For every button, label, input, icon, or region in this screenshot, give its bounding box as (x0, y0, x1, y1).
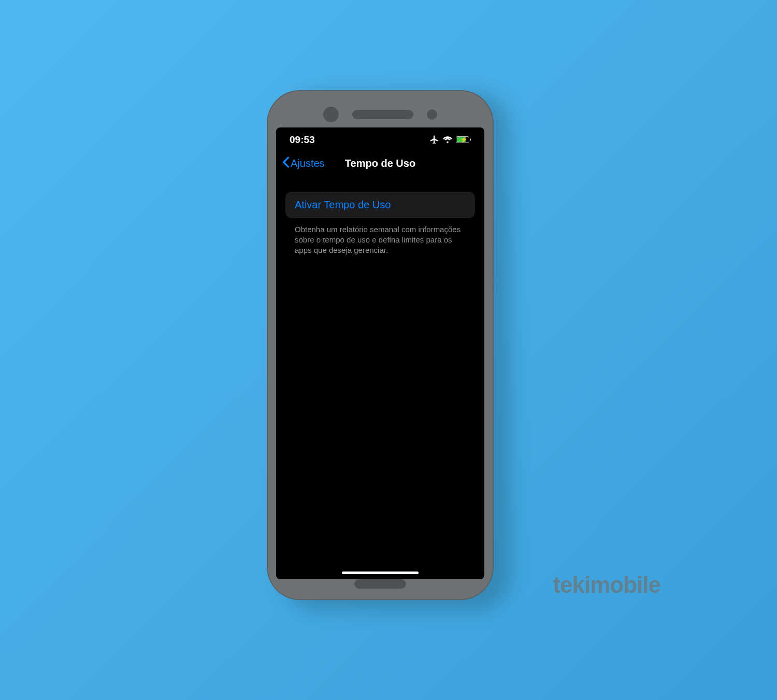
airplane-icon (429, 135, 439, 145)
home-indicator[interactable] (342, 572, 419, 574)
microphone-icon (354, 579, 406, 589)
chevron-left-icon (282, 156, 290, 170)
speaker-icon (352, 110, 413, 119)
watermark-text: tekimobile (553, 572, 660, 598)
activate-screen-time-button[interactable]: Ativar Tempo de Uso (285, 192, 475, 218)
phone-frame: 09:53 ⚡ (267, 90, 494, 600)
status-icons: ⚡ (429, 135, 471, 145)
phone-hardware-bottom (267, 579, 494, 589)
screen: 09:53 ⚡ (276, 127, 484, 579)
activate-label: Ativar Tempo de Uso (295, 199, 391, 210)
description-text: Obtenha um relatório semanal com informa… (285, 218, 475, 256)
wifi-icon (443, 136, 452, 144)
nav-bar: Ajustes Tempo de Uso (276, 152, 484, 175)
content: Ativar Tempo de Uso Obtenha um relatório… (276, 175, 484, 256)
camera-icon (427, 109, 437, 120)
battery-icon: ⚡ (456, 136, 471, 143)
status-time: 09:53 (290, 134, 315, 146)
sensor-icon (323, 107, 339, 122)
status-bar: 09:53 ⚡ (276, 127, 484, 152)
back-label: Ajustes (291, 158, 325, 169)
back-button[interactable]: Ajustes (282, 156, 325, 170)
phone-hardware-top (267, 106, 494, 123)
